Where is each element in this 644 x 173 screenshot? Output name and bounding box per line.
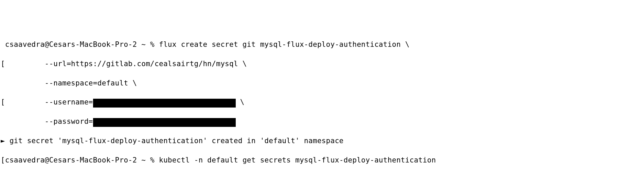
cmd1-line5: --password= [1, 117, 643, 126]
continuation-bracket: [ [1, 98, 44, 106]
output-confirmation: ► git secret 'mysql-flux-deploy-authenti… [1, 136, 643, 146]
cmd1-line4: [ --username= \ [1, 97, 643, 107]
prompt-bracket: [ [1, 156, 5, 164]
cmd1-arg-namespace: --namespace=default \ [44, 79, 137, 87]
cmd2-line: [csaavedra@Cesars-MacBook-Pro-2 ~ % kube… [1, 155, 643, 165]
cmd1-line4-suffix: \ [236, 98, 245, 106]
continuation-indent [1, 117, 44, 126]
cmd1-text: flux create secret git mysql-flux-deploy… [159, 40, 410, 49]
redacted-password [93, 118, 236, 127]
cmd1-line2: [ --url=https://gitlab.com/cealsairtg/hn… [1, 59, 643, 69]
prompt-text: csaavedra@Cesars-MacBook-Pro-2 ~ % [1, 40, 159, 49]
cmd1-arg-password-label: --password= [44, 117, 93, 126]
continuation-indent [1, 79, 44, 87]
cmd1-arg-username-label: --username= [44, 98, 93, 106]
prompt-text: csaavedra@Cesars-MacBook-Pro-2 ~ % [5, 156, 159, 164]
redacted-username [93, 99, 236, 108]
cmd1-line1: csaavedra@Cesars-MacBook-Pro-2 ~ % flux … [1, 40, 643, 49]
cmd1-line3: --namespace=default \ [1, 78, 643, 88]
output-text: git secret 'mysql-flux-deploy-authentica… [10, 137, 344, 145]
cmd2-text: kubectl -n default get secrets mysql-flu… [159, 156, 436, 164]
output-marker: ► [1, 137, 10, 145]
cmd1-arg-url: --url=https://gitlab.com/cealsairtg/hn/m… [44, 60, 247, 68]
continuation-bracket: [ [1, 60, 44, 68]
